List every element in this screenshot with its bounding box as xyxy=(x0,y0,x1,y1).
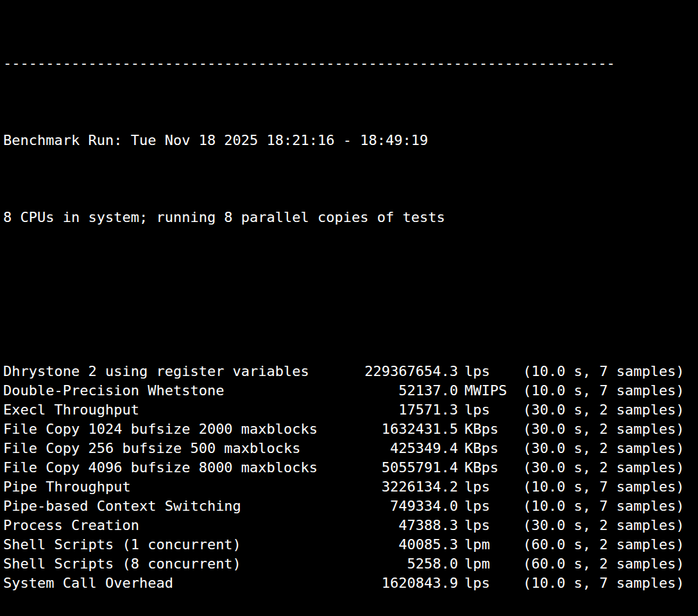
result-row: Execl Throughput17571.3lps(30.0 s, 2 sam… xyxy=(3,400,695,420)
result-row: Process Creation47388.3lps(30.0 s, 2 sam… xyxy=(3,516,695,535)
result-test-label: Pipe Throughput xyxy=(3,477,362,497)
result-row: Dhrystone 2 using register variables2293… xyxy=(3,362,695,381)
blank-line xyxy=(3,285,695,304)
cpu-info-line: 8 CPUs in system; running 8 parallel cop… xyxy=(3,208,695,227)
result-test-label: File Copy 4096 bufsize 8000 maxblocks xyxy=(3,458,362,477)
result-test-label: Shell Scripts (8 concurrent) xyxy=(3,554,362,574)
result-row: File Copy 4096 bufsize 8000 maxblocks505… xyxy=(3,458,695,477)
result-value: 52137.0 xyxy=(362,381,458,400)
result-samples: (30.0 s, 2 samples) xyxy=(523,458,695,477)
result-unit: lps xyxy=(458,362,523,381)
result-test-label: Pipe-based Context Switching xyxy=(3,497,362,516)
result-unit: lpm xyxy=(458,554,523,574)
result-row: Pipe Throughput3226134.2lps(10.0 s, 7 sa… xyxy=(3,477,695,497)
result-unit: MWIPS xyxy=(458,381,523,400)
result-unit: lps xyxy=(458,400,523,420)
result-row: File Copy 1024 bufsize 2000 maxblocks163… xyxy=(3,420,695,439)
result-value: 17571.3 xyxy=(362,400,458,420)
result-row: System Call Overhead1620843.9lps(10.0 s,… xyxy=(3,574,695,593)
result-value: 749334.0 xyxy=(362,497,458,516)
result-test-label: Double-Precision Whetstone xyxy=(3,381,362,400)
result-test-label: Dhrystone 2 using register variables xyxy=(3,362,362,381)
result-value: 1632431.5 xyxy=(362,420,458,439)
result-unit: lpm xyxy=(458,535,523,554)
result-samples: (10.0 s, 7 samples) xyxy=(523,574,695,593)
result-unit: lps xyxy=(458,516,523,535)
result-value: 5055791.4 xyxy=(362,458,458,477)
result-row: Shell Scripts (1 concurrent)40085.3lpm(6… xyxy=(3,535,695,554)
result-value: 40085.3 xyxy=(362,535,458,554)
result-samples: (10.0 s, 7 samples) xyxy=(523,497,695,516)
result-value: 1620843.9 xyxy=(362,574,458,593)
result-test-label: System Call Overhead xyxy=(3,574,362,593)
result-row: Double-Precision Whetstone52137.0MWIPS(1… xyxy=(3,381,695,400)
result-unit: KBps xyxy=(458,420,523,439)
result-test-label: Execl Throughput xyxy=(3,400,362,420)
result-test-label: Shell Scripts (1 concurrent) xyxy=(3,535,362,554)
result-row: File Copy 256 bufsize 500 maxblocks42534… xyxy=(3,439,695,458)
result-unit: KBps xyxy=(458,439,523,458)
benchmark-results-section: Dhrystone 2 using register variables2293… xyxy=(3,362,695,593)
result-value: 229367654.3 xyxy=(362,362,458,381)
result-test-label: Process Creation xyxy=(3,516,362,535)
result-test-label: File Copy 1024 bufsize 2000 maxblocks xyxy=(3,420,362,439)
result-samples: (10.0 s, 7 samples) xyxy=(523,362,695,381)
result-samples: (30.0 s, 2 samples) xyxy=(523,516,695,535)
result-samples: (60.0 s, 2 samples) xyxy=(523,554,695,574)
result-value: 5258.0 xyxy=(362,554,458,574)
result-value: 3226134.2 xyxy=(362,477,458,497)
result-value: 425349.4 xyxy=(362,439,458,458)
separator-line: ----------------------------------------… xyxy=(3,54,695,73)
result-samples: (60.0 s, 2 samples) xyxy=(523,535,695,554)
result-samples: (30.0 s, 2 samples) xyxy=(523,420,695,439)
result-unit: lps xyxy=(458,477,523,497)
result-unit: lps xyxy=(458,497,523,516)
benchmark-run-line: Benchmark Run: Tue Nov 18 2025 18:21:16 … xyxy=(3,131,695,150)
result-test-label: File Copy 256 bufsize 500 maxblocks xyxy=(3,439,362,458)
result-unit: lps xyxy=(458,574,523,593)
result-row: Pipe-based Context Switching749334.0lps(… xyxy=(3,497,695,516)
result-value: 47388.3 xyxy=(362,516,458,535)
result-samples: (10.0 s, 7 samples) xyxy=(523,381,695,400)
terminal-output: ----------------------------------------… xyxy=(0,0,698,616)
result-row: Shell Scripts (8 concurrent)5258.0lpm(60… xyxy=(3,554,695,574)
result-samples: (10.0 s, 7 samples) xyxy=(523,477,695,497)
result-samples: (30.0 s, 2 samples) xyxy=(523,439,695,458)
result-unit: KBps xyxy=(458,458,523,477)
result-samples: (30.0 s, 2 samples) xyxy=(523,400,695,420)
